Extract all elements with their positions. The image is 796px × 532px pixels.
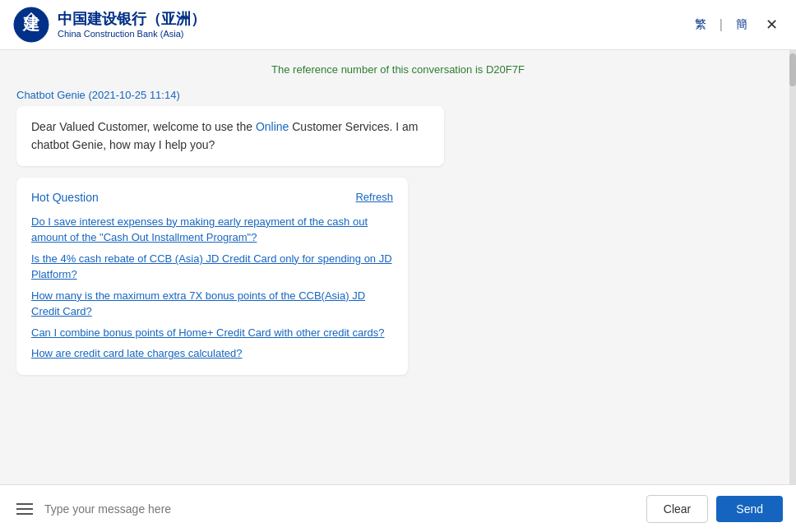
logo-text: 中国建设银行（亚洲） China Construction Bank (Asia… [58,11,206,39]
hot-question-box: Hot Question Refresh Do I save interest … [16,178,408,375]
lang-traditional-btn[interactable]: 繁 [690,16,711,34]
chat-bubble: Dear Valued Customer, welcome to use the… [16,106,444,166]
scrollbar-thumb[interactable] [789,53,796,86]
chat-container: The reference number of this conversatio… [0,50,796,484]
hot-question-link-5[interactable]: How are credit card late charges calcula… [31,345,393,362]
lang-divider: | [720,17,723,32]
hot-question-title: Hot Question [31,191,99,204]
scrollbar-track[interactable] [789,50,796,484]
logo-chinese: 中国建设银行（亚洲） [58,11,206,29]
chatbot-label: Chatbot Genie (2021-10-25 11:14) [16,89,444,101]
svg-text:建: 建 [22,15,39,33]
hot-question-link-3[interactable]: How many is the maximum extra 7X bonus p… [31,288,393,320]
close-button[interactable]: ✕ [761,14,783,35]
logo-english: China Construction Bank (Asia) [58,29,206,39]
header-right: 繁 | 簡 ✕ [690,14,783,35]
message-input[interactable] [44,499,638,519]
welcome-text-highlight: Online [256,120,289,133]
send-button[interactable]: Send [716,496,783,522]
chat-section: Chatbot Genie (2021-10-25 11:14) Dear Va… [0,89,460,375]
clear-button[interactable]: Clear [646,495,708,523]
hot-question-link-4[interactable]: Can I combine bonus points of Home+ Cred… [31,325,393,341]
hot-question-links: Do I save interest expenses by making ea… [31,214,393,362]
hot-question-header: Hot Question Refresh [31,191,393,204]
ccb-logo-icon: 建 [13,7,49,43]
header: 建 中国建设银行（亚洲） China Construction Bank (As… [0,0,796,50]
lang-simplified-btn[interactable]: 簡 [731,16,752,34]
input-area: Clear Send [0,484,796,532]
refresh-button[interactable]: Refresh [355,191,393,203]
reference-message: The reference number of this conversatio… [0,63,796,76]
hot-question-link-2[interactable]: Is the 4% cash rebate of CCB (Asia) JD C… [31,251,393,283]
logo-area: 建 中国建设银行（亚洲） China Construction Bank (As… [13,7,206,43]
welcome-text-part1: Dear Valued Customer, welcome to use the [31,120,256,133]
menu-icon[interactable] [13,500,36,518]
hot-question-link-1[interactable]: Do I save interest expenses by making ea… [31,214,393,246]
